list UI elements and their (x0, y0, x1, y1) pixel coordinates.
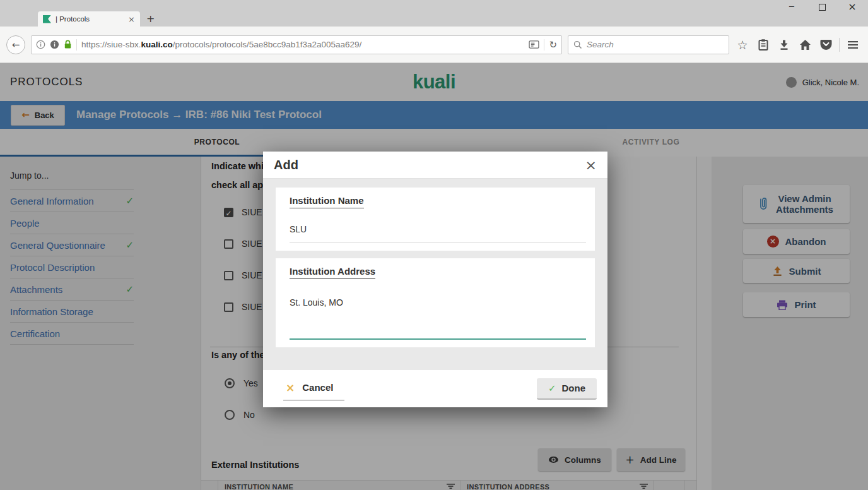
browser-tabstrip: | Protocols × + (0, 11, 868, 27)
maximize-icon (819, 4, 826, 11)
pocket-icon[interactable] (818, 37, 833, 52)
modal-body: Institution Name SLU Institution Address… (263, 179, 607, 370)
done-check-icon: ✓ (548, 383, 556, 394)
browser-toolbar: ← https://siue-sbx.kuali.co/protocols/pr… (0, 27, 868, 63)
tab-title: | Protocols (56, 15, 124, 23)
add-institution-modal: Add × Institution Name SLU Institution A… (263, 152, 607, 407)
institution-name-label: Institution Name (290, 195, 364, 208)
window-titlebar: ─ × (0, 0, 868, 11)
search-icon (573, 40, 582, 49)
url-text[interactable]: https://siue-sbx.kuali.co/protocols/prot… (81, 40, 524, 49)
institution-name-field: Institution Name SLU (276, 188, 595, 251)
kuali-favicon-icon (43, 15, 51, 23)
institution-name-input[interactable]: SLU (290, 224, 586, 242)
kuali-protocols-page: PROTOCOLS kuali Glick, Nicole M. ← Back … (0, 63, 868, 490)
cancel-x-icon: × (286, 381, 295, 394)
bookmark-star-icon[interactable]: ☆ (735, 37, 750, 52)
reader-mode-icon[interactable] (529, 40, 539, 49)
url-bar[interactable]: https://siue-sbx.kuali.co/protocols/prot… (31, 35, 562, 54)
modal-title: Add (274, 158, 585, 172)
urlbar-divider (76, 39, 77, 51)
browser-tab[interactable]: | Protocols × (38, 11, 140, 27)
urlbar-divider (544, 39, 544, 51)
institution-address-field: Institution Address St. Louis, MO (276, 258, 595, 347)
permissions-icon[interactable] (50, 40, 59, 49)
search-placeholder: Search (587, 40, 614, 49)
modal-footer: × Cancel ✓ Done (263, 370, 607, 407)
modal-header: Add × (263, 152, 607, 179)
page-info-icon[interactable] (36, 40, 45, 49)
home-icon[interactable] (797, 37, 812, 52)
done-button[interactable]: ✓ Done (537, 378, 597, 400)
reload-icon[interactable]: ↻ (549, 39, 557, 51)
browser-back-button[interactable]: ← (6, 35, 25, 54)
toolbar-divider (839, 38, 840, 52)
modal-close-icon[interactable]: × (585, 157, 597, 173)
menu-hamburger-icon[interactable] (845, 37, 860, 52)
downloads-icon[interactable] (777, 37, 792, 52)
new-tab-button[interactable]: + (146, 13, 155, 25)
institution-address-label: Institution Address (290, 266, 375, 279)
bookmarks-clipboard-icon[interactable] (756, 37, 771, 52)
tab-close-icon[interactable]: × (128, 15, 135, 24)
cancel-button[interactable]: × Cancel (283, 377, 344, 401)
focused-input-underline (290, 338, 586, 340)
institution-address-input[interactable]: St. Louis, MO (290, 297, 343, 308)
secure-lock-icon[interactable] (64, 40, 72, 49)
search-input[interactable]: Search (568, 35, 729, 54)
